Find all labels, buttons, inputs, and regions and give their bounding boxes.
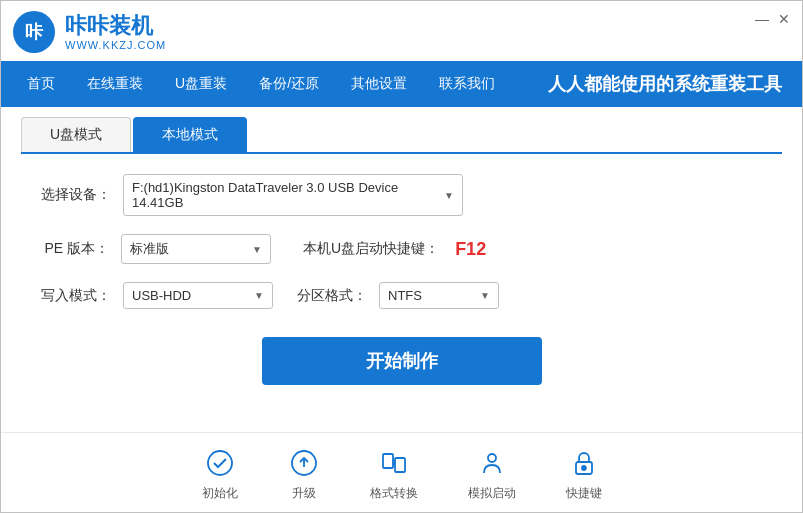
pe-select-arrow: ▼ (252, 244, 262, 255)
partition-select[interactable]: NTFS ▼ (379, 282, 499, 309)
title-block: 咔咔装机 WWW.KKZJ.COM (65, 13, 166, 51)
window-controls: — ✕ (754, 11, 792, 27)
device-select-arrow: ▼ (444, 190, 454, 201)
write-select-arrow: ▼ (254, 290, 264, 301)
svg-point-7 (488, 454, 496, 462)
navbar: 首页 在线重装 U盘重装 备份/还原 其他设置 联系我们 人人都能使用的系统重装… (1, 61, 802, 107)
app-url: WWW.KKZJ.COM (65, 39, 166, 51)
tool-initialize[interactable]: 初始化 (202, 447, 238, 502)
device-row: 选择设备： F:(hd1)Kingston DataTraveler 3.0 U… (41, 174, 762, 216)
pe-select[interactable]: 标准版 ▼ (121, 234, 271, 264)
pe-value: 标准版 (130, 240, 169, 258)
tabs-container: U盘模式 本地模式 (21, 117, 782, 154)
minimize-button[interactable]: — (754, 11, 770, 27)
nav-other-settings[interactable]: 其他设置 (335, 61, 423, 107)
nav-backup-restore[interactable]: 备份/还原 (243, 61, 335, 107)
logo-text: 咔 (25, 20, 43, 44)
tool-upgrade[interactable]: 升级 (288, 447, 320, 502)
bottom-toolbar: 初始化 升级 (1, 432, 802, 512)
write-select[interactable]: USB-HDD ▼ (123, 282, 273, 309)
write-row: 写入模式： USB-HDD ▼ 分区格式： NTFS ▼ (41, 282, 762, 309)
tool-simulate-boot[interactable]: 模拟启动 (468, 447, 516, 502)
device-value: F:(hd1)Kingston DataTraveler 3.0 USB Dev… (132, 180, 436, 210)
nav-home[interactable]: 首页 (11, 61, 71, 107)
upload-circle-icon (288, 447, 320, 479)
write-value: USB-HDD (132, 288, 191, 303)
check-circle-icon (204, 447, 236, 479)
app-title: 咔咔装机 (65, 13, 166, 39)
lock-icon (568, 447, 600, 479)
tool-upgrade-label: 升级 (292, 485, 316, 502)
partition-value: NTFS (388, 288, 422, 303)
content-area: U盘模式 本地模式 选择设备： F:(hd1)Kingston DataTrav… (1, 107, 802, 512)
svg-rect-3 (383, 454, 393, 468)
nav-contact-us[interactable]: 联系我们 (423, 61, 511, 107)
convert-icon (378, 447, 410, 479)
titlebar: 咔 咔咔装机 WWW.KKZJ.COM — ✕ (1, 1, 802, 61)
pe-label: PE 版本： (41, 240, 109, 258)
app-logo: 咔 (13, 11, 55, 53)
start-button[interactable]: 开始制作 (262, 337, 542, 385)
svg-rect-4 (395, 458, 405, 472)
tab-usb-mode[interactable]: U盘模式 (21, 117, 131, 152)
person-icon (476, 447, 508, 479)
tool-format-label: 格式转换 (370, 485, 418, 502)
nav-online-reinstall[interactable]: 在线重装 (71, 61, 159, 107)
nav-usb-reinstall[interactable]: U盘重装 (159, 61, 243, 107)
main-window: 咔 咔咔装机 WWW.KKZJ.COM — ✕ 首页 在线重装 U盘重装 备份/… (0, 0, 803, 513)
tool-shortcut[interactable]: 快捷键 (566, 447, 602, 502)
write-label: 写入模式： (41, 287, 111, 305)
form-area: 选择设备： F:(hd1)Kingston DataTraveler 3.0 U… (1, 154, 802, 329)
pe-row: PE 版本： 标准版 ▼ 本机U盘启动快捷键： F12 (41, 234, 762, 264)
tool-shortcut-label: 快捷键 (566, 485, 602, 502)
shortcut-label: 本机U盘启动快捷键： (303, 240, 439, 258)
shortcut-key: F12 (455, 239, 486, 260)
tool-simulate-label: 模拟启动 (468, 485, 516, 502)
device-label: 选择设备： (41, 186, 111, 204)
device-select[interactable]: F:(hd1)Kingston DataTraveler 3.0 USB Dev… (123, 174, 463, 216)
partition-select-arrow: ▼ (480, 290, 490, 301)
tab-local-mode[interactable]: 本地模式 (133, 117, 247, 152)
tool-format-convert[interactable]: 格式转换 (370, 447, 418, 502)
svg-point-9 (582, 466, 586, 470)
svg-point-0 (208, 451, 232, 475)
tool-initialize-label: 初始化 (202, 485, 238, 502)
close-button[interactable]: ✕ (776, 11, 792, 27)
nav-slogan: 人人都能使用的系统重装工具 (548, 72, 802, 96)
partition-label: 分区格式： (297, 287, 367, 305)
